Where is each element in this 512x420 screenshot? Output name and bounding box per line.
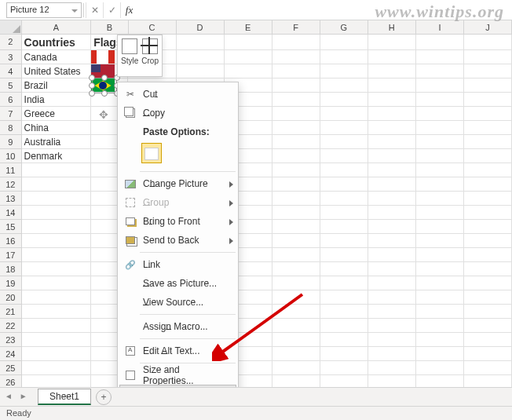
cell[interactable] (464, 64, 512, 79)
cell[interactable] (272, 206, 320, 220)
cell[interactable] (464, 319, 512, 333)
cell[interactable] (464, 177, 512, 192)
cell[interactable] (416, 177, 464, 192)
cell[interactable] (22, 163, 92, 177)
cell[interactable] (464, 107, 512, 121)
cell[interactable] (416, 305, 464, 319)
change-picture-menu-item[interactable]: Change Picture (118, 174, 238, 193)
cell[interactable] (22, 290, 92, 305)
cell[interactable] (225, 64, 272, 79)
col-header[interactable]: H (368, 20, 416, 34)
cell[interactable] (272, 163, 320, 177)
edit-alt-text-menu-item[interactable]: Edit Alt Text... (118, 341, 238, 360)
col-header[interactable]: B (91, 20, 128, 34)
cell[interactable] (416, 192, 464, 206)
send-to-back-menu-item[interactable]: Send to Back (118, 231, 238, 250)
cell[interactable] (464, 234, 512, 248)
cell[interactable] (320, 234, 368, 248)
cell[interactable] (464, 192, 512, 206)
cell[interactable] (320, 93, 368, 107)
cell[interactable] (368, 262, 416, 276)
link-menu-item[interactable]: Link (118, 255, 238, 274)
cell[interactable] (22, 333, 92, 347)
cell[interactable] (320, 50, 368, 64)
col-header[interactable]: F (272, 20, 320, 34)
cell[interactable]: Countries (22, 35, 92, 50)
cell[interactable] (320, 248, 368, 262)
cell[interactable] (464, 248, 512, 262)
col-header[interactable]: J (464, 20, 512, 34)
cell[interactable] (368, 206, 416, 220)
row-header[interactable]: 12 (0, 177, 22, 192)
cell[interactable] (272, 149, 320, 163)
cell[interactable]: Canada (22, 50, 92, 64)
cell[interactable] (368, 305, 416, 319)
size-properties-menu-item[interactable]: Size and Properties... (118, 366, 238, 385)
cell[interactable] (464, 206, 512, 220)
row-header[interactable]: 17 (0, 248, 22, 262)
cell[interactable] (320, 149, 368, 163)
cell[interactable] (464, 333, 512, 347)
flag-image[interactable] (91, 50, 115, 64)
cell[interactable] (368, 121, 416, 135)
cell[interactable] (416, 107, 464, 121)
cell[interactable] (464, 276, 512, 290)
cell[interactable] (22, 177, 92, 192)
row-header[interactable]: 18 (0, 262, 22, 276)
cell[interactable] (320, 361, 368, 375)
cell[interactable] (368, 276, 416, 290)
cell[interactable] (368, 149, 416, 163)
cell[interactable] (272, 93, 320, 107)
cell[interactable] (225, 35, 272, 50)
cell[interactable]: Brazil (22, 79, 92, 93)
cell[interactable] (416, 50, 464, 64)
row-header[interactable]: 15 (0, 220, 22, 234)
row-header[interactable]: 16 (0, 234, 22, 248)
cell[interactable] (272, 35, 320, 50)
cell[interactable] (320, 121, 368, 135)
row-header[interactable]: 22 (0, 319, 22, 333)
cell[interactable] (416, 93, 464, 107)
cell[interactable] (320, 35, 368, 50)
row-header[interactable]: 8 (0, 121, 22, 135)
flag-image[interactable] (91, 79, 115, 93)
cell[interactable] (368, 248, 416, 262)
cell[interactable] (22, 262, 92, 276)
cell[interactable] (22, 361, 92, 375)
cell[interactable] (272, 121, 320, 135)
save-as-picture-menu-item[interactable]: Save as Picture... (118, 274, 238, 293)
cell[interactable] (320, 107, 368, 121)
cell[interactable] (272, 248, 320, 262)
cell[interactable] (272, 333, 320, 347)
cell[interactable] (22, 305, 92, 319)
cell[interactable] (272, 234, 320, 248)
cell[interactable] (368, 93, 416, 107)
row-header[interactable]: 4 (0, 64, 22, 79)
cell[interactable]: Greece (22, 107, 92, 121)
row-header[interactable]: 23 (0, 333, 22, 347)
cell[interactable] (416, 319, 464, 333)
cell[interactable] (464, 361, 512, 375)
cell[interactable] (416, 64, 464, 79)
cell[interactable] (368, 35, 416, 50)
cell[interactable] (416, 79, 464, 93)
cell[interactable] (22, 276, 92, 290)
row-header[interactable]: 3 (0, 50, 22, 64)
row-header[interactable]: 2 (0, 35, 22, 50)
cell[interactable] (416, 121, 464, 135)
cell[interactable] (22, 347, 92, 361)
cell[interactable]: United States (22, 64, 92, 79)
cell[interactable] (272, 319, 320, 333)
cell[interactable] (320, 192, 368, 206)
bring-to-front-menu-item[interactable]: Bring to Front (118, 212, 238, 231)
cell[interactable] (416, 206, 464, 220)
cell[interactable] (272, 192, 320, 206)
cell[interactable] (464, 149, 512, 163)
cell[interactable] (416, 248, 464, 262)
row-header[interactable]: 13 (0, 192, 22, 206)
cell[interactable]: China (22, 121, 92, 135)
cell[interactable] (464, 220, 512, 234)
cell[interactable] (368, 220, 416, 234)
row-header[interactable]: 9 (0, 135, 22, 149)
cell[interactable] (320, 163, 368, 177)
